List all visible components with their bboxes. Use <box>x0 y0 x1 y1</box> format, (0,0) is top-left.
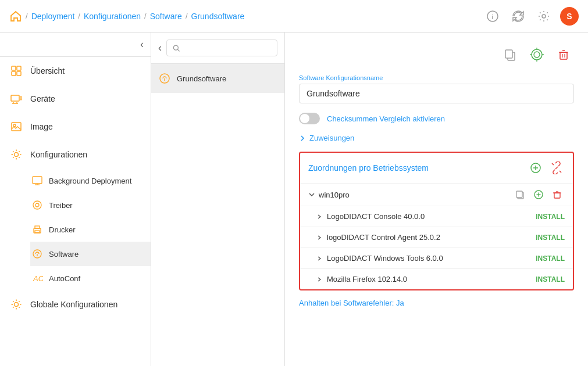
sidebar-item-drucker[interactable]: Drucker <box>30 217 151 242</box>
svg-rect-22 <box>35 231 40 232</box>
scan-button[interactable] <box>526 44 547 65</box>
software-item-left-1: logoDIDACT Control Agent 25.0.2 <box>316 233 440 242</box>
list-item-label: Grundsoftware <box>177 74 226 83</box>
sidebar: ‹ Übersicht <box>0 33 151 366</box>
refresh-button[interactable] <box>509 7 528 26</box>
info-button[interactable]: i <box>483 7 502 26</box>
sidebar-label-konfigurationen: Konfigurationen <box>30 150 87 159</box>
breadcrumb-software[interactable]: Software <box>150 12 182 21</box>
delete-button[interactable] <box>553 44 574 65</box>
mid-panel-header: ‹ <box>151 33 284 64</box>
win-add-button[interactable] <box>531 187 546 202</box>
software-item-3[interactable]: Mozilla Firefox 102.14.0 INSTALL <box>300 268 573 289</box>
sidebar-label-globale-konfigurationen: Globale Konfigurationen <box>30 300 117 309</box>
breadcrumb-current: Grundsoftware <box>191 12 245 21</box>
svg-rect-3 <box>12 66 16 70</box>
sidebar-label-image: Image <box>30 122 53 131</box>
sidebar-sub-items: Background Deployment Treiber <box>0 168 151 290</box>
config-name-input[interactable] <box>299 84 574 103</box>
settings-button[interactable] <box>534 7 553 26</box>
sidebar-label-software: Software <box>49 250 79 259</box>
svg-rect-51 <box>516 191 522 198</box>
software-name-2: LogoDIDACT Windows Tools 6.0.0 <box>327 254 443 263</box>
sidebar-nav: Übersicht Geräte <box>0 57 151 366</box>
delete-icon-small <box>552 189 562 200</box>
sidebar-label-drucker: Drucker <box>49 225 76 234</box>
list-item-grundsoftware[interactable]: Grundsoftware <box>151 64 284 93</box>
svg-rect-39 <box>560 52 567 59</box>
software-icon <box>30 247 44 261</box>
sidebar-item-treiber[interactable]: Treiber <box>30 193 151 217</box>
image-icon <box>9 120 23 134</box>
zuweisungen-row[interactable]: Zuweisungen <box>299 134 574 142</box>
user-avatar[interactable]: S <box>560 7 579 26</box>
mid-panel: ‹ Grundsoftware <box>151 33 285 366</box>
svg-rect-15 <box>33 177 42 184</box>
sep1: / <box>26 12 28 20</box>
unlink-icon <box>550 162 563 174</box>
search-input[interactable] <box>183 44 271 52</box>
breadcrumb-deployment[interactable]: Deployment <box>31 12 75 21</box>
svg-line-49 <box>560 171 561 173</box>
sidebar-item-autoconf[interactable]: AC AutoConf <box>30 266 151 290</box>
software-item-2[interactable]: LogoDIDACT Windows Tools 6.0.0 INSTALL <box>300 247 573 268</box>
zuordnungen-unlink-button[interactable] <box>548 160 565 176</box>
svg-point-33 <box>532 49 542 60</box>
breadcrumb-konfigurationen[interactable]: Konfigurationen <box>84 12 141 21</box>
install-badge-1: INSTALL <box>536 234 565 242</box>
chevron-right-icon-sm <box>316 214 322 220</box>
footer-note: Anhalten bei Softwarefehler: Ja <box>299 299 574 307</box>
search-icon <box>173 44 180 52</box>
software-item-0[interactable]: LogoDIDACT Console 40.0.0 INSTALL <box>300 206 573 227</box>
copy-button[interactable] <box>500 44 521 65</box>
svg-rect-12 <box>12 123 21 131</box>
sidebar-item-image[interactable]: Image <box>0 113 151 141</box>
software-item-1[interactable]: logoDIDACT Control Agent 25.0.2 INSTALL <box>300 227 573 247</box>
sidebar-item-software[interactable]: Software <box>30 242 151 266</box>
autoconf-icon: AC <box>30 271 44 285</box>
zuordnungen-box: Zuordnungen pro Betriebssystem <box>299 152 574 290</box>
win-group-row: win10pro <box>300 183 573 206</box>
svg-rect-21 <box>35 226 40 228</box>
right-panel: Software Konfigurationsname Checksummen … <box>285 33 588 366</box>
zuweisungen-label: Zuweisungen <box>309 134 354 142</box>
checksummen-toggle[interactable] <box>299 113 320 124</box>
sidebar-item-globale-konfigurationen[interactable]: Globale Konfigurationen <box>0 290 151 318</box>
breadcrumb-area: / Deployment / Konfigurationen / Softwar… <box>9 10 483 23</box>
copy-icon <box>503 48 517 62</box>
win-copy-button[interactable] <box>512 187 528 202</box>
software-name-3: Mozilla Firefox 102.14.0 <box>327 275 407 284</box>
svg-rect-5 <box>12 71 16 76</box>
software-item-left-2: LogoDIDACT Windows Tools 6.0.0 <box>316 254 443 263</box>
sidebar-item-background-deployment[interactable]: Background Deployment <box>30 168 151 193</box>
sidebar-item-konfigurationen[interactable]: Konfigurationen <box>0 141 151 168</box>
svg-line-28 <box>177 49 179 51</box>
zuordnungen-add-button[interactable] <box>528 160 544 176</box>
sidebar-collapse-button[interactable]: ‹ <box>140 38 144 51</box>
chevron-right-icon-sm-3 <box>316 277 322 282</box>
svg-line-48 <box>552 163 554 165</box>
list-software-icon <box>158 72 171 85</box>
delete-icon <box>557 48 570 61</box>
main-layout: ‹ Übersicht <box>0 33 588 366</box>
printer-icon <box>30 223 44 236</box>
zuordnungen-actions <box>528 160 565 176</box>
sidebar-item-gerate[interactable]: Geräte <box>0 85 151 113</box>
win-delete-button[interactable] <box>550 187 565 202</box>
svg-point-19 <box>35 203 39 207</box>
svg-point-2 <box>542 15 546 18</box>
sidebar-label-autoconf: AutoConf <box>49 274 80 283</box>
software-item-left-0: LogoDIDACT Console 40.0.0 <box>316 212 425 221</box>
sidebar-collapse-area: ‹ <box>0 33 151 57</box>
install-badge-2: INSTALL <box>536 254 565 263</box>
chevron-down-icon <box>308 191 315 198</box>
sidebar-label-gerate: Geräte <box>30 94 55 103</box>
sidebar-label-bg-deploy: Background Deployment <box>49 177 131 185</box>
home-icon[interactable] <box>9 10 22 23</box>
sidebar-item-ubersicht[interactable]: Übersicht <box>0 57 151 85</box>
sep2: / <box>78 12 80 20</box>
mid-back-button[interactable]: ‹ <box>158 42 162 54</box>
sidebar-label-treiber: Treiber <box>49 201 73 210</box>
zuordnungen-title: Zuordnungen pro Betriebssystem <box>308 163 429 173</box>
win-group-name: win10pro <box>319 191 350 199</box>
